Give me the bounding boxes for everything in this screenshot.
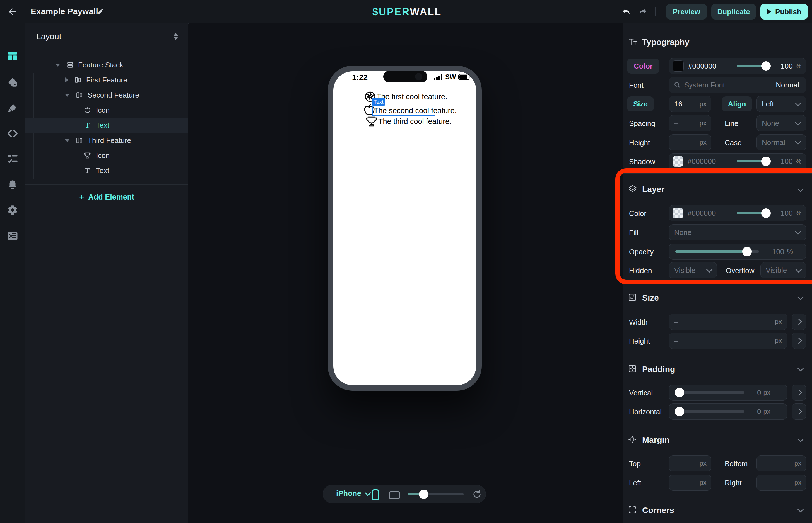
width-expand-button[interactable] [792, 314, 806, 330]
height-value[interactable]: – [674, 337, 775, 345]
font-input[interactable]: System Font Normal [669, 77, 806, 93]
tree-item-text-selected[interactable]: Text [25, 118, 188, 133]
shadow-hex-value[interactable]: #000000 [688, 157, 731, 166]
line-height-value[interactable]: – [674, 138, 699, 147]
width-input[interactable]: – px [669, 314, 787, 330]
slider-knob[interactable] [675, 388, 684, 397]
font-placeholder[interactable]: System Font [684, 81, 769, 89]
line-dropdown[interactable]: None [757, 115, 806, 131]
layer-color-swatch[interactable] [673, 208, 683, 218]
slider-knob[interactable] [675, 407, 684, 416]
margin-bottom-value[interactable]: – [762, 459, 794, 468]
publish-button[interactable]: Publish [760, 4, 808, 19]
height-expand-button[interactable] [792, 333, 806, 349]
color-swatch[interactable] [673, 60, 684, 72]
color-opacity-slider[interactable] [737, 65, 769, 67]
tree-item-feature-stack[interactable]: Feature Stack [25, 57, 188, 72]
layer-color-opacity-slider[interactable] [737, 212, 769, 214]
code-tab-icon[interactable] [7, 128, 18, 139]
device-selector[interactable]: iPhone [336, 489, 370, 498]
tree-item-third-feature[interactable]: Third Feature [25, 133, 188, 148]
layer-hex-value[interactable]: #000000 [688, 209, 731, 218]
slider-knob[interactable] [761, 209, 771, 218]
vertical-padding-value[interactable]: 0 [757, 389, 761, 397]
vertical-padding-input[interactable]: 0 px [669, 384, 787, 401]
layout-tab-icon[interactable] [7, 50, 18, 62]
refresh-icon[interactable] [472, 489, 482, 499]
tree-item-first-feature[interactable]: First Feature [25, 72, 188, 88]
margin-bottom-input[interactable]: – px [757, 455, 806, 471]
font-size-input[interactable]: 16 px [669, 96, 711, 112]
margin-top-value[interactable]: – [674, 459, 699, 468]
margin-top-input[interactable]: – px [669, 455, 711, 471]
slider-knob[interactable] [761, 157, 771, 166]
feature-row[interactable]: The third cool feature. [365, 115, 452, 128]
shadow-input[interactable]: #000000 100 % [669, 153, 806, 169]
opacity-input[interactable]: 100 % [669, 244, 806, 260]
typography-color-chip[interactable]: Color [627, 58, 659, 74]
margin-right-value[interactable]: – [762, 479, 794, 487]
shadow-opacity-slider[interactable] [737, 160, 769, 162]
undo-icon[interactable] [621, 6, 632, 17]
portrait-toggle[interactable] [372, 489, 379, 501]
typography-size-chip[interactable]: Size [627, 96, 654, 111]
overflow-dropdown[interactable]: Visible [760, 262, 806, 278]
brush-tab-icon[interactable] [7, 102, 18, 114]
edit-pencil-icon[interactable] [97, 7, 105, 16]
slider-knob[interactable] [742, 247, 752, 256]
margin-left-value[interactable]: – [674, 479, 699, 487]
margin-left-input[interactable]: – px [669, 474, 711, 491]
horizontal-padding-expand-button[interactable] [792, 403, 806, 420]
vertical-padding-expand-button[interactable] [792, 384, 806, 401]
font-weight-value[interactable]: Normal [776, 81, 799, 89]
color-opacity-value[interactable]: 100 [780, 62, 793, 71]
zoom-slider[interactable] [408, 493, 464, 495]
spacing-value[interactable]: – [674, 119, 699, 128]
color-hex-value[interactable]: #000000 [688, 62, 731, 71]
bell-tab-icon[interactable] [7, 179, 18, 191]
zoom-slider-knob[interactable] [419, 490, 429, 499]
feature-text[interactable]: The third cool feature. [378, 117, 452, 126]
line-height-input[interactable]: – px [669, 134, 711, 150]
checklist-tab-icon[interactable] [7, 153, 18, 165]
horizontal-padding-value[interactable]: 0 [757, 408, 761, 416]
back-icon[interactable] [7, 7, 17, 17]
width-value[interactable]: – [674, 318, 775, 326]
align-dropdown[interactable]: Left [757, 96, 806, 112]
redo-icon[interactable] [637, 6, 648, 17]
duplicate-button[interactable]: Duplicate [711, 4, 756, 19]
height-input[interactable]: – px [669, 333, 787, 349]
tree-item-icon[interactable]: Icon [25, 103, 188, 118]
selection-box[interactable]: The second cool feature. [372, 106, 435, 116]
preview-button[interactable]: Preview [666, 4, 707, 19]
vertical-padding-slider[interactable] [675, 392, 744, 394]
opacity-value[interactable]: 100 [772, 248, 784, 256]
caret-down-icon[interactable] [65, 94, 70, 97]
hidden-dropdown[interactable]: Visible [669, 262, 717, 278]
opacity-slider[interactable] [675, 251, 759, 253]
margin-right-input[interactable]: – px [757, 474, 806, 491]
horizontal-padding-input[interactable]: 0 px [669, 403, 787, 420]
tag-tab-icon[interactable] [7, 76, 18, 88]
fill-dropdown[interactable]: None [669, 224, 806, 240]
shadow-opacity-value[interactable]: 100 [780, 157, 793, 166]
sort-icon[interactable] [173, 33, 178, 40]
tree-item-icon[interactable]: Icon [25, 148, 188, 163]
tree-item-second-feature[interactable]: Second Feature [25, 88, 188, 103]
console-tab-icon[interactable] [7, 230, 18, 242]
case-dropdown[interactable]: Normal [757, 134, 806, 150]
caret-down-icon[interactable] [65, 139, 70, 142]
typography-align-chip[interactable]: Align [722, 96, 752, 111]
tree-item-text[interactable]: Text [25, 163, 188, 178]
font-size-value[interactable]: 16 [674, 100, 699, 108]
gear-tab-icon[interactable] [7, 204, 18, 216]
spacing-input[interactable]: – px [669, 115, 711, 131]
add-element-button[interactable]: + Add Element [25, 189, 188, 205]
shadow-color-swatch[interactable] [673, 156, 683, 167]
caret-down-icon[interactable] [55, 64, 60, 67]
landscape-toggle[interactable] [388, 491, 400, 499]
horizontal-padding-slider[interactable] [675, 411, 744, 413]
layer-color-input[interactable]: #000000 100 % [669, 205, 806, 221]
typography-color-input[interactable]: #000000 100 % [669, 58, 806, 74]
slider-knob[interactable] [761, 61, 771, 71]
